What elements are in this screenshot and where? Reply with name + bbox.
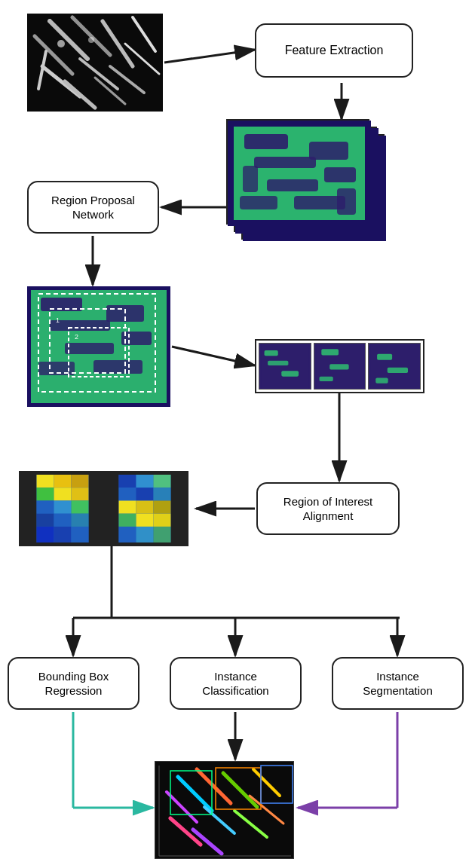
instance-segmentation-label: Instance Segmentation bbox=[363, 669, 433, 698]
svg-rect-57 bbox=[309, 142, 348, 160]
svg-rect-94 bbox=[37, 487, 54, 500]
svg-point-34 bbox=[57, 40, 65, 47]
svg-rect-109 bbox=[153, 475, 170, 487]
svg-rect-100 bbox=[37, 514, 54, 527]
svg-rect-78 bbox=[261, 344, 309, 389]
svg-line-8 bbox=[172, 347, 255, 365]
svg-rect-88 bbox=[388, 368, 408, 373]
svg-rect-58 bbox=[267, 179, 318, 191]
svg-rect-107 bbox=[119, 475, 136, 487]
svg-rect-56 bbox=[254, 157, 316, 168]
svg-rect-114 bbox=[136, 500, 154, 513]
feature-map-stack bbox=[226, 119, 400, 247]
svg-rect-98 bbox=[54, 500, 72, 513]
diagram-container: Feature Extraction bbox=[0, 0, 475, 868]
svg-rect-63 bbox=[337, 188, 356, 215]
svg-rect-95 bbox=[54, 487, 72, 500]
rpn-box: Region Proposal Network bbox=[27, 181, 159, 234]
proposal-image: 1 2 bbox=[27, 286, 170, 407]
svg-rect-99 bbox=[71, 500, 88, 513]
svg-rect-119 bbox=[119, 527, 136, 542]
svg-point-35 bbox=[88, 37, 94, 43]
output-image bbox=[155, 761, 294, 859]
svg-rect-89 bbox=[376, 377, 388, 383]
svg-rect-62 bbox=[243, 166, 258, 192]
feature-extraction-label: Feature Extraction bbox=[285, 43, 384, 59]
svg-rect-69 bbox=[65, 343, 114, 354]
svg-rect-108 bbox=[136, 475, 154, 487]
svg-rect-104 bbox=[54, 527, 72, 542]
svg-rect-97 bbox=[37, 500, 54, 513]
bbox-regression-box: Bounding Box Regression bbox=[8, 657, 139, 710]
svg-rect-102 bbox=[71, 514, 88, 527]
input-image bbox=[27, 14, 163, 112]
svg-rect-105 bbox=[71, 527, 88, 542]
svg-text:2: 2 bbox=[75, 333, 78, 341]
svg-rect-91 bbox=[37, 475, 54, 487]
svg-rect-120 bbox=[136, 527, 154, 542]
instance-classification-box: Instance Classification bbox=[170, 657, 302, 710]
svg-rect-101 bbox=[54, 514, 72, 527]
instance-segmentation-box: Instance Segmentation bbox=[332, 657, 464, 710]
roi-strip bbox=[255, 339, 424, 393]
svg-rect-72 bbox=[93, 360, 142, 374]
svg-rect-103 bbox=[37, 527, 54, 542]
svg-text:1: 1 bbox=[56, 316, 60, 324]
svg-rect-110 bbox=[119, 487, 136, 500]
svg-rect-93 bbox=[71, 475, 88, 487]
svg-rect-85 bbox=[319, 377, 332, 381]
svg-rect-55 bbox=[244, 134, 288, 149]
rpn-label: Region Proposal Network bbox=[51, 193, 135, 222]
roi-alignment-box: Region of Interest Alignment bbox=[256, 482, 400, 535]
roi-alignment-label: Region of Interest Alignment bbox=[283, 494, 372, 524]
svg-rect-117 bbox=[136, 514, 154, 527]
svg-rect-81 bbox=[281, 371, 299, 376]
svg-rect-113 bbox=[119, 500, 136, 513]
svg-rect-92 bbox=[54, 475, 72, 487]
svg-rect-112 bbox=[153, 487, 170, 500]
svg-rect-116 bbox=[119, 514, 136, 527]
heatmap-container bbox=[19, 471, 188, 546]
svg-rect-79 bbox=[265, 350, 278, 356]
svg-rect-87 bbox=[377, 354, 392, 360]
svg-rect-83 bbox=[321, 349, 339, 355]
svg-rect-60 bbox=[240, 196, 277, 209]
svg-rect-84 bbox=[329, 364, 348, 369]
feature-extraction-box: Feature Extraction bbox=[255, 23, 413, 78]
svg-rect-121 bbox=[153, 527, 170, 542]
bbox-regression-label: Bounding Box Regression bbox=[38, 669, 109, 698]
svg-rect-96 bbox=[71, 487, 88, 500]
instance-classification-label: Instance Classification bbox=[202, 669, 268, 698]
svg-rect-59 bbox=[324, 167, 356, 182]
svg-line-4 bbox=[164, 50, 255, 63]
svg-rect-118 bbox=[153, 514, 170, 527]
svg-rect-21 bbox=[27, 14, 163, 112]
svg-rect-111 bbox=[136, 487, 154, 500]
svg-rect-115 bbox=[153, 500, 170, 513]
svg-rect-80 bbox=[268, 361, 288, 365]
